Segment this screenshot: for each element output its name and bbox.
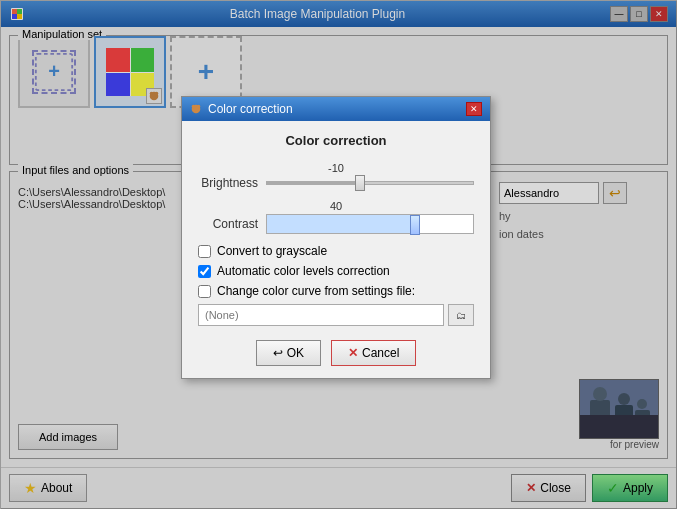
color-curve-row: Change color curve from settings file: <box>198 284 474 298</box>
file-path-input[interactable] <box>198 304 444 326</box>
ok-button[interactable]: ↩ OK <box>256 340 321 366</box>
browse-button[interactable]: 🗂 <box>448 304 474 326</box>
brightness-value: -10 <box>198 162 474 174</box>
auto-levels-label: Automatic color levels correction <box>217 264 390 278</box>
brightness-label: Brightness <box>198 176 258 190</box>
grayscale-row: Convert to grayscale <box>198 244 474 258</box>
svg-point-20 <box>197 105 200 108</box>
brightness-slider[interactable] <box>266 181 474 185</box>
cancel-label: Cancel <box>362 346 399 360</box>
ok-label: OK <box>287 346 304 360</box>
color-curve-checkbox[interactable] <box>198 285 211 298</box>
contrast-row: Contrast <box>198 214 474 234</box>
brightness-row: Brightness <box>198 176 474 190</box>
browse-icon: 🗂 <box>456 310 466 321</box>
modal-overlay: Color correction ✕ Color correction -10 … <box>1 1 677 509</box>
ok-icon: ↩ <box>273 346 283 360</box>
auto-levels-row: Automatic color levels correction <box>198 264 474 278</box>
auto-levels-checkbox[interactable] <box>198 265 211 278</box>
contrast-thumb[interactable] <box>410 215 420 235</box>
cancel-x-icon: ✕ <box>348 346 358 360</box>
contrast-section: 40 Contrast <box>198 200 474 234</box>
main-window: Batch Image Manipulation Plugin — □ ✕ Ma… <box>0 0 677 509</box>
dialog-close-button[interactable]: ✕ <box>466 102 482 116</box>
svg-point-19 <box>192 105 195 108</box>
grayscale-checkbox[interactable] <box>198 245 211 258</box>
grayscale-label: Convert to grayscale <box>217 244 327 258</box>
brightness-section: -10 Brightness <box>198 162 474 190</box>
brightness-thumb[interactable] <box>355 175 365 191</box>
dialog-title-text: Color correction <box>208 102 293 116</box>
cancel-button[interactable]: ✕ Cancel <box>331 340 416 366</box>
color-correction-dialog: Color correction ✕ Color correction -10 … <box>181 96 491 379</box>
dialog-title-left: Color correction <box>190 102 293 116</box>
file-path-row: 🗂 <box>198 304 474 326</box>
contrast-value: 40 <box>198 200 474 212</box>
brightness-fill <box>267 182 360 184</box>
dialog-icon <box>190 103 202 115</box>
contrast-slider[interactable] <box>266 214 474 234</box>
contrast-label: Contrast <box>198 217 258 231</box>
dialog-title-bar: Color correction ✕ <box>182 97 490 121</box>
dialog-body: Color correction -10 Brightness 40 <box>182 121 490 378</box>
dialog-heading: Color correction <box>198 133 474 148</box>
dialog-buttons: ↩ OK ✕ Cancel <box>198 340 474 366</box>
contrast-fill <box>267 215 415 233</box>
color-curve-label: Change color curve from settings file: <box>217 284 415 298</box>
